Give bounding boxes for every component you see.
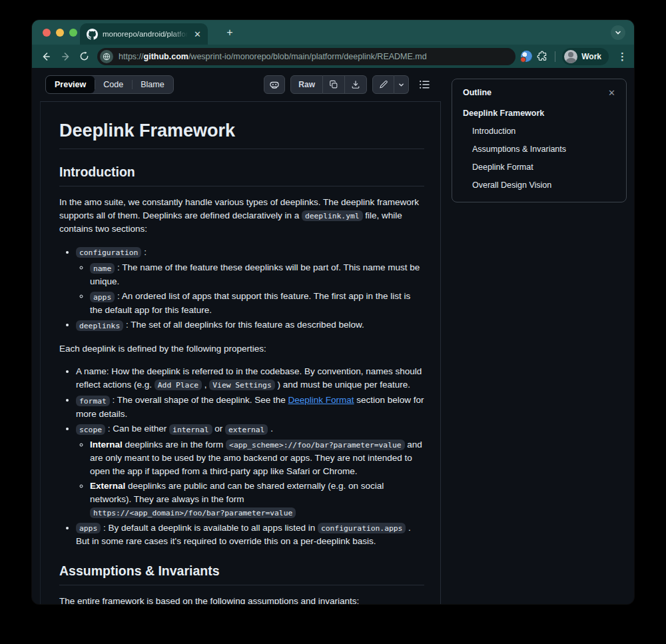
url-scheme: https://	[119, 52, 144, 61]
list-item: Internal deeplinks are in the form <app_…	[90, 438, 424, 478]
file-actions: Raw	[264, 75, 434, 94]
copilot-button[interactable]	[264, 75, 285, 94]
download-icon[interactable]	[345, 75, 367, 94]
forward-icon[interactable]	[57, 49, 73, 65]
outline-item[interactable]: Deeplink Framework	[463, 104, 615, 122]
tab-strip: monorepo/android/platform/d ✕ +	[32, 20, 634, 45]
list: configuration :name : The name of the fe…	[59, 246, 424, 332]
profile-chip[interactable]: Work	[562, 48, 609, 65]
list-item: A name: How the deeplink is referred to …	[76, 365, 424, 392]
markdown-body: Deeplink FrameworkIntroductionIn the amo…	[41, 102, 440, 604]
section-heading: Deeplink Framework	[59, 119, 424, 149]
minimize-window-button[interactable]	[56, 29, 64, 37]
text-run: : Can be either	[105, 424, 169, 434]
nested-list: name : The name of the feature these dee…	[76, 261, 424, 316]
edit-pencil-icon[interactable]	[372, 75, 394, 94]
paragraph: Each deeplink is defined by the followin…	[59, 342, 424, 356]
list-item: apps : An ordered list of apps that supp…	[90, 290, 424, 316]
text-run: .	[268, 424, 273, 434]
edit-dropdown-chevron-icon[interactable]	[394, 75, 409, 94]
raw-button[interactable]: Raw	[290, 75, 323, 94]
inline-code: external	[225, 424, 268, 435]
profile-label: Work	[581, 52, 601, 61]
toolbar-divider	[555, 51, 555, 62]
close-window-button[interactable]	[43, 29, 51, 37]
inline-code: internal	[169, 424, 212, 435]
inline-code: https://<app_domain>/foo/bar?parameter=v…	[90, 507, 296, 518]
new-tab-button[interactable]: +	[222, 25, 237, 40]
outline-title: Outline	[463, 88, 492, 97]
outline-panel: Outline ✕ Deeplink FrameworkIntroduction…	[452, 79, 627, 202]
bold-text: External	[90, 481, 125, 491]
github-page: Preview Code Blame Raw	[32, 68, 634, 604]
outline-header: Outline ✕	[463, 88, 615, 97]
list-item: format : The overall shape of the deepli…	[76, 394, 424, 420]
inline-code: scope	[76, 424, 105, 435]
address-bar[interactable]: https://github.com/wesprint-io/monorepo/…	[97, 48, 515, 65]
tab-blame[interactable]: Blame	[132, 76, 172, 93]
outline-item[interactable]: Overall Design Vision	[472, 176, 615, 194]
file-body: Deeplink FrameworkIntroductionIn the amo…	[40, 101, 441, 604]
outline-item[interactable]: Introduction	[472, 122, 615, 140]
outline-list: Deeplink FrameworkIntroductionAssumption…	[463, 104, 615, 194]
file-header: Preview Code Blame Raw	[40, 68, 441, 101]
browser-toolbar: https://github.com/wesprint-io/monorepo/…	[32, 45, 634, 68]
section-heading: Introduction	[59, 164, 424, 186]
file-view: Preview Code Blame Raw	[40, 68, 441, 604]
zoom-window-button[interactable]	[69, 29, 77, 37]
outline-toggle-icon[interactable]	[414, 75, 434, 94]
site-info-globe-icon[interactable]	[100, 50, 113, 63]
avatar	[564, 50, 577, 63]
url-path: /wesprint-io/monorepo/blob/main/platform…	[188, 52, 427, 61]
browser-menu-icon[interactable]: ⋮	[617, 51, 627, 63]
inline-code: apps	[76, 523, 101, 533]
list-item: deeplinks : The set of all deeplinks for…	[76, 318, 424, 332]
text-run: : The overall shape of the deeplink. See…	[110, 395, 288, 405]
inline-code: Add Place	[155, 380, 202, 390]
text-run: : The name of the feature these deeplink…	[90, 262, 420, 286]
browser-window: monorepo/android/platform/d ✕ + https://…	[32, 20, 634, 604]
tab-code[interactable]: Code	[95, 76, 132, 93]
text-run: deeplinks are public and can be shared e…	[90, 481, 384, 504]
text-run: or	[212, 424, 226, 434]
inline-code: deeplink.yml	[302, 210, 363, 221]
text-run: ,	[202, 380, 209, 390]
url-host: github.com	[144, 52, 188, 61]
github-favicon-icon	[87, 29, 98, 40]
inline-code: View Settings	[209, 380, 274, 390]
text-run: : By default a deeplink is available to …	[101, 523, 318, 533]
inline-code: deeplinks	[76, 320, 123, 331]
extensions-puzzle-icon[interactable]	[537, 51, 548, 62]
list-item: configuration :name : The name of the fe…	[76, 246, 424, 317]
tab-preview[interactable]: Preview	[46, 76, 95, 93]
view-switcher: Preview Code Blame	[45, 75, 174, 94]
traffic-lights	[43, 29, 77, 37]
copy-raw-icon[interactable]	[323, 75, 345, 94]
list-item: External deeplinks are public and can be…	[90, 480, 424, 519]
paragraph: In the amo suite, we constantly handle v…	[59, 196, 424, 236]
outline-item[interactable]: Assumptions & Invariants	[472, 140, 615, 158]
list-item: scope : Can be either internal or extern…	[76, 422, 424, 519]
extension-badge-icon[interactable]	[521, 51, 532, 62]
list-item: name : The name of the feature these dee…	[90, 261, 424, 288]
outline-close-icon[interactable]: ✕	[608, 89, 615, 97]
text-run: ) and must be unique per feature.	[275, 380, 410, 390]
inline-code: configuration	[76, 247, 141, 258]
reload-icon[interactable]	[76, 49, 92, 65]
text-run: deeplinks are in the form	[123, 440, 226, 450]
outline-item[interactable]: Deeplink Format	[472, 158, 615, 176]
paragraph: The entire framework is based on the fol…	[59, 595, 424, 605]
browser-tab[interactable]: monorepo/android/platform/d ✕	[80, 23, 208, 45]
inline-code: apps	[90, 292, 115, 302]
text-run: : The set of all deeplinks for this feat…	[123, 320, 364, 330]
list-item: apps : By default a deeplink is availabl…	[76, 521, 424, 548]
back-icon[interactable]	[39, 49, 55, 65]
text-run: : An ordered list of apps that support t…	[90, 291, 410, 315]
tab-title: monorepo/android/platform/d	[103, 30, 188, 38]
bold-text: Internal	[90, 440, 123, 450]
url-text: https://github.com/wesprint-io/monorepo/…	[119, 52, 427, 61]
text-run: Each deeplink is defined by the followin…	[59, 344, 266, 354]
inline-link[interactable]: Deeplink Format	[288, 395, 354, 405]
tab-close-icon[interactable]: ✕	[192, 29, 202, 40]
tab-search-chevron-icon[interactable]	[611, 25, 625, 40]
